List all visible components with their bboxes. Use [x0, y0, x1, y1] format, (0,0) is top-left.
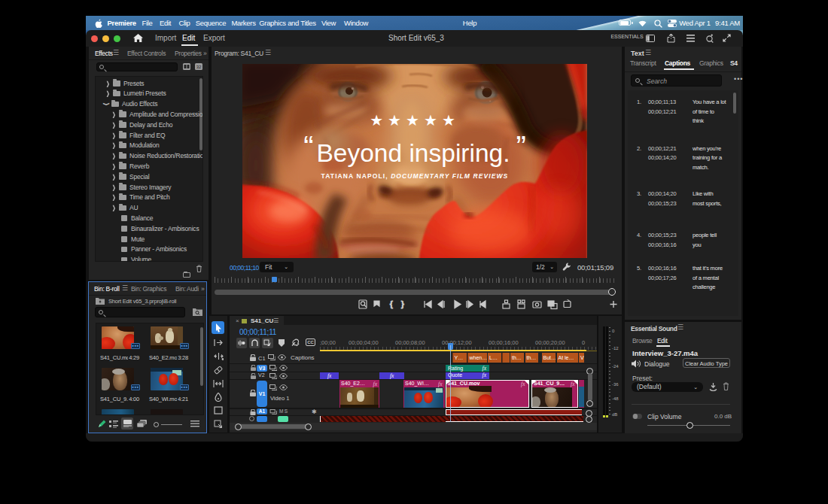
svg-text:32: 32 [196, 65, 202, 69]
svg-text:}: } [401, 299, 404, 308]
svg-text:{: { [390, 299, 393, 308]
